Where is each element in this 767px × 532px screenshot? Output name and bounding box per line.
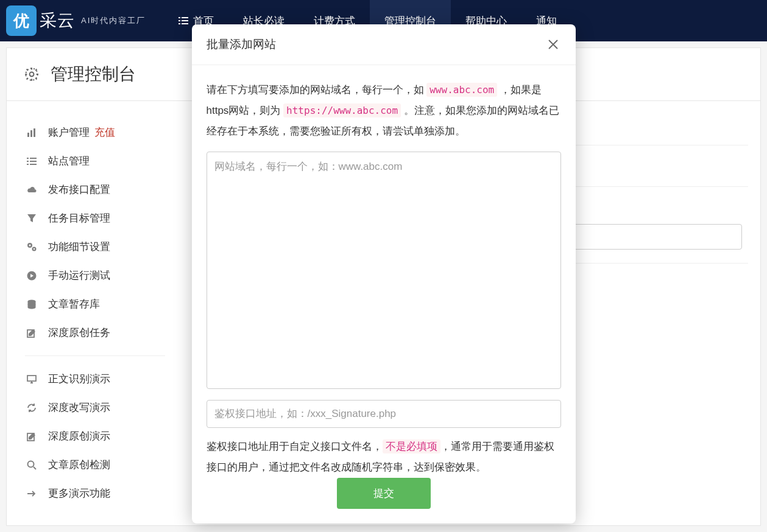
sidebar-body-demo[interactable]: 正文识别演示 [19, 365, 171, 393]
list-icon [178, 16, 188, 25]
modal-close-button[interactable] [545, 37, 561, 52]
sidebar-sites[interactable]: 站点管理 [19, 147, 171, 175]
sidebar-label: 正文识别演示 [48, 372, 110, 386]
logo-text: 采云 [40, 9, 75, 32]
sidebar-tasks[interactable]: 任务目标管理 [19, 204, 171, 233]
svg-rect-8 [30, 161, 37, 162]
gear-icon [24, 66, 40, 82]
not-required-highlight: 不是必填项 [383, 439, 440, 453]
modal-title: 批量添加网站 [207, 37, 276, 52]
batch-add-modal: 批量添加网站 请在下方填写要添加的网站域名，每行一个，如 www.abc.com… [192, 24, 576, 523]
sidebar-check[interactable]: 文章原创检测 [19, 450, 171, 479]
gears-icon [25, 242, 38, 252]
sidebar-rewrite-demo[interactable]: 深度改写演示 [19, 393, 171, 422]
sidebar-label: 文章暂存库 [48, 297, 100, 311]
search-icon [25, 460, 38, 470]
sidebar-label: 手动运行测试 [48, 268, 110, 282]
database-icon [25, 299, 38, 309]
page-title: 管理控制台 [51, 63, 136, 86]
sidebar-label: 更多演示功能 [48, 486, 110, 500]
sidebar-run-test[interactable]: 手动运行测试 [19, 261, 171, 290]
svg-rect-10 [30, 164, 37, 165]
svg-rect-6 [30, 158, 37, 159]
logo-tagline: AI时代内容工厂 [81, 15, 146, 26]
sidebar-settings[interactable]: 功能细节设置 [19, 233, 171, 261]
svg-rect-3 [30, 130, 32, 137]
logo-icon: 优 [6, 5, 37, 36]
brand[interactable]: 优 采云 AI时代内容工厂 [6, 5, 146, 36]
sidebar: 账户管理 充值 站点管理 发布接口配置 任务目标管理 功能细节设置 手动运 [7, 101, 183, 525]
svg-rect-7 [27, 161, 29, 162]
submit-button[interactable]: 提交 [337, 478, 431, 509]
svg-rect-5 [27, 158, 29, 159]
svg-point-0 [30, 72, 34, 77]
sidebar-label: 站点管理 [48, 154, 90, 168]
recharge-badge: 充值 [94, 125, 115, 139]
example-domain-code: www.abc.com [426, 83, 497, 97]
svg-point-12 [29, 244, 31, 246]
share-icon [25, 489, 38, 498]
refresh-icon [25, 404, 38, 412]
desc-text: 请在下方填写要添加的网站域名，每行一个，如 [207, 84, 427, 96]
sidebar-label: 功能细节设置 [48, 240, 110, 254]
edit-icon [25, 432, 38, 441]
modal-description: 请在下方填写要添加的网站域名，每行一个，如 www.abc.com ，如果是ht… [207, 80, 561, 142]
modal-note: 鉴权接口地址用于自定义接口文件名，不是必填项，通常用于需要通用鉴权接口的用户，通… [207, 436, 561, 478]
list-alt-icon [25, 157, 38, 166]
svg-rect-2 [27, 133, 29, 137]
domains-textarea[interactable] [207, 152, 561, 389]
sidebar-original-task[interactable]: 深度原创任务 [19, 318, 171, 347]
svg-point-20 [28, 461, 34, 467]
sidebar-divider [25, 355, 165, 356]
sidebar-label: 深度改写演示 [48, 401, 110, 415]
sidebar-label: 账户管理 [48, 125, 90, 139]
sidebar-label: 文章原创检测 [48, 458, 110, 472]
close-icon [548, 39, 559, 50]
sidebar-account[interactable]: 账户管理 充值 [19, 118, 171, 147]
filter-icon [25, 214, 38, 223]
modal-header: 批量添加网站 [192, 24, 576, 65]
sidebar-label: 深度原创演示 [48, 429, 110, 443]
sidebar-more-demo[interactable]: 更多演示功能 [19, 479, 171, 508]
cloud-icon [25, 186, 38, 194]
svg-point-14 [34, 248, 35, 249]
bar-chart-icon [25, 128, 38, 138]
sidebar-label: 发布接口配置 [48, 183, 110, 197]
edit-icon [25, 328, 38, 338]
desktop-icon [25, 375, 38, 383]
svg-rect-18 [27, 376, 36, 381]
auth-path-input[interactable] [207, 400, 561, 428]
sidebar-label: 深度原创任务 [48, 326, 110, 340]
sidebar-label: 任务目标管理 [48, 211, 110, 225]
play-icon [25, 271, 38, 281]
sidebar-storage[interactable]: 文章暂存库 [19, 290, 171, 318]
svg-rect-9 [27, 164, 29, 165]
svg-rect-4 [34, 128, 35, 137]
modal-body: 请在下方填写要添加的网站域名，每行一个，如 www.abc.com ，如果是ht… [192, 65, 576, 528]
note-text: 鉴权接口地址用于自定义接口文件名， [207, 441, 383, 452]
sidebar-original-demo[interactable]: 深度原创演示 [19, 422, 171, 450]
example-https-code: https://www.abc.com [283, 103, 401, 117]
modal-footer: 提交 [207, 478, 561, 514]
sidebar-publish[interactable]: 发布接口配置 [19, 175, 171, 204]
